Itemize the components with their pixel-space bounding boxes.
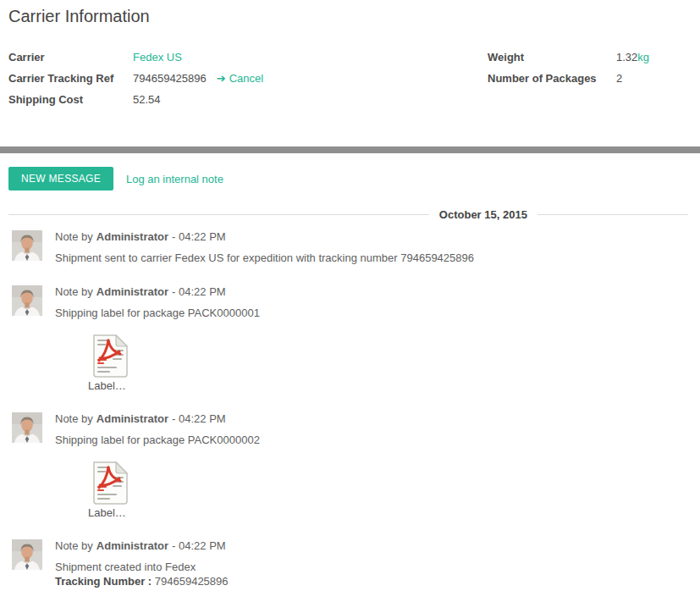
field-group-left: Carrier Fedex US Carrier Tracking Ref 79…: [8, 47, 488, 111]
shipping-cost-value: 52.54: [133, 92, 161, 108]
message-header: Note byAdministrator- 04:22 PM: [55, 285, 692, 299]
arrow-right-icon: ➔: [217, 72, 226, 85]
message-author: Administrator: [96, 230, 168, 243]
pdf-file-icon: [91, 459, 130, 505]
message-body: Shipping label for package PACK0000002: [55, 433, 692, 447]
avatar: [12, 230, 42, 261]
field-group-right: Weight 1.32 kg Number of Packages 2: [488, 47, 692, 111]
avatar: [12, 285, 42, 316]
weight-value: 1.32: [616, 50, 637, 65]
message-body-line: Tracking Number : 794659425896: [55, 574, 692, 588]
weight-unit: kg: [637, 50, 649, 65]
field-row-packages: Number of Packages 2: [488, 69, 692, 90]
message-body: Shipment created into Fedex Tracking Num…: [55, 560, 692, 588]
avatar: [12, 412, 42, 443]
log-internal-note-link[interactable]: Log an internal note: [126, 173, 223, 185]
message-prefix: Note by: [55, 539, 93, 552]
message-header: Note byAdministrator- 04:22 PM: [55, 412, 692, 426]
field-row-weight: Weight 1.32 kg: [488, 47, 692, 69]
message-header: Note byAdministrator- 04:22 PM: [55, 539, 692, 553]
message-time: - 04:22 PM: [172, 230, 226, 243]
message-author: Administrator: [96, 539, 168, 552]
date-divider-label: October 15, 2015: [429, 208, 537, 221]
date-divider-rule: [8, 214, 688, 215]
message-prefix: Note by: [55, 285, 93, 298]
packages-label: Number of Packages: [488, 71, 616, 86]
field-row-shipping-cost: Shipping Cost 52.54: [8, 90, 488, 111]
message-header: Note byAdministrator- 04:22 PM: [55, 230, 692, 244]
message: Note byAdministrator- 04:22 PM Shipment …: [8, 230, 692, 265]
weight-label: Weight: [488, 50, 616, 65]
tracking-number-value: 794659425896: [155, 575, 229, 588]
avatar: [12, 539, 42, 570]
message: Note byAdministrator- 04:22 PM Shipment …: [8, 539, 692, 588]
carrier-label: Carrier: [8, 50, 133, 65]
message-content: Note byAdministrator- 04:22 PM Shipping …: [55, 285, 692, 392]
message-author: Administrator: [96, 412, 168, 425]
message-body: Shipment sent to carrier Fedex US for ex…: [55, 251, 692, 265]
message-prefix: Note by: [55, 412, 93, 425]
carrier-value-link[interactable]: Fedex US: [133, 50, 182, 65]
packages-value: 2: [616, 71, 622, 86]
field-row-tracking-ref: Carrier Tracking Ref 794659425896 ➔Cance…: [8, 69, 488, 90]
date-divider: October 15, 2015: [8, 207, 692, 221]
message-prefix: Note by: [55, 230, 93, 243]
tracking-ref-value: 794659425896: [133, 71, 207, 86]
tracking-ref-label: Carrier Tracking Ref: [8, 71, 133, 86]
message: Note byAdministrator- 04:22 PM Shipping …: [8, 285, 692, 392]
carrier-information-sheet: Carrier Information Carrier Fedex US Car…: [0, 0, 700, 146]
attachment-name[interactable]: LabelFe...: [88, 506, 132, 519]
new-message-button[interactable]: NEW MESSAGE: [8, 167, 113, 191]
attachment-pdf[interactable]: LabelFe...: [88, 332, 132, 392]
attachment-pdf[interactable]: LabelFe...: [88, 459, 132, 519]
message-body-line: Shipment created into Fedex: [55, 560, 692, 574]
tracking-number-label: Tracking Number :: [55, 575, 152, 588]
message-time: - 04:22 PM: [172, 412, 226, 425]
page-title: Carrier Information: [8, 5, 692, 27]
message-time: - 04:22 PM: [172, 285, 226, 298]
pdf-file-icon: [91, 332, 130, 378]
message-time: - 04:22 PM: [172, 539, 226, 552]
field-group: Carrier Fedex US Carrier Tracking Ref 79…: [8, 47, 692, 111]
message-author: Administrator: [96, 285, 168, 298]
cancel-button[interactable]: ➔Cancel: [217, 71, 263, 86]
cancel-button-label: Cancel: [229, 72, 263, 85]
message-content: Note byAdministrator- 04:22 PM Shipment …: [55, 230, 692, 265]
field-row-carrier: Carrier Fedex US: [8, 47, 488, 69]
chatter-actions: NEW MESSAGE Log an internal note: [8, 167, 692, 191]
sheet-bottom-divider: [0, 146, 700, 153]
shipping-cost-label: Shipping Cost: [8, 92, 133, 108]
attachment-name[interactable]: LabelFe...: [88, 379, 132, 392]
chatter: NEW MESSAGE Log an internal note October…: [0, 153, 700, 588]
message: Note byAdministrator- 04:22 PM Shipping …: [8, 412, 692, 519]
message-body: Shipping label for package PACK0000001: [55, 306, 692, 320]
message-content: Note byAdministrator- 04:22 PM Shipping …: [55, 412, 692, 519]
message-content: Note byAdministrator- 04:22 PM Shipment …: [55, 539, 692, 588]
